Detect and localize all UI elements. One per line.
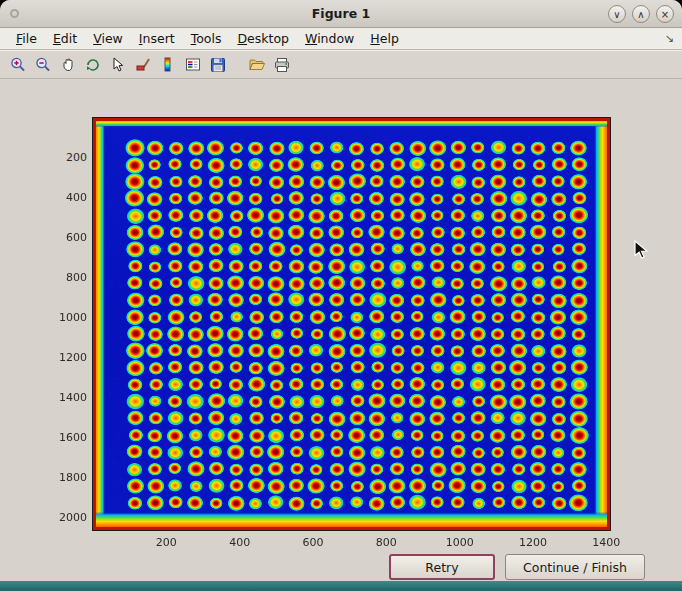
window-controls: ∨ ∧ × xyxy=(608,5,674,23)
zoom-in-icon xyxy=(9,56,27,74)
window-menu-icon[interactable] xyxy=(10,9,19,18)
mouse-cursor xyxy=(634,240,649,260)
y-tick-label: 1400 xyxy=(33,391,87,404)
y-tick-label: 2000 xyxy=(33,511,87,524)
menu-bar: FileEditViewInsertToolsDesktopWindowHelp… xyxy=(0,28,682,50)
x-tick-label: 1200 xyxy=(503,536,563,549)
toolbar-separator xyxy=(230,64,244,65)
y-tick-label: 800 xyxy=(33,271,87,284)
open-folder-icon xyxy=(248,56,266,74)
menu-item-help[interactable]: Help xyxy=(362,28,407,49)
y-tick-label: 1600 xyxy=(33,431,87,444)
menu-item-file[interactable]: File xyxy=(8,28,45,49)
pan-hand-icon xyxy=(59,56,77,74)
brush-icon xyxy=(134,56,152,74)
figure-canvas-area: 200400600800100012001400160018002000 200… xyxy=(0,79,682,580)
maximize-button[interactable]: ∧ xyxy=(632,5,650,23)
dock-arrow-icon[interactable]: ↘ xyxy=(665,32,674,45)
insert-legend-icon xyxy=(184,56,202,74)
rotate-3d-icon xyxy=(84,56,102,74)
printer-icon xyxy=(273,56,291,74)
save-icon xyxy=(209,56,227,74)
x-tick-label: 800 xyxy=(356,536,416,549)
y-tick-label: 1200 xyxy=(33,351,87,364)
retry-button[interactable]: Retry xyxy=(389,554,495,580)
taskbar xyxy=(0,581,682,591)
y-tick-label: 1000 xyxy=(33,311,87,324)
rotate-3d-button[interactable] xyxy=(80,52,105,77)
titlebar[interactable]: Figure 1 ∨ ∧ × xyxy=(0,0,682,28)
menu-item-view[interactable]: View xyxy=(85,28,131,49)
data-cursor-button[interactable] xyxy=(105,52,130,77)
insert-colorbar-icon xyxy=(159,56,177,74)
menu-items: FileEditViewInsertToolsDesktopWindowHelp xyxy=(8,28,407,49)
x-tick-label: 200 xyxy=(136,536,196,549)
figure-window: Figure 1 ∨ ∧ × FileEditViewInsertToolsDe… xyxy=(0,0,682,581)
zoom-out-button[interactable] xyxy=(30,52,55,77)
print-figure-button[interactable] xyxy=(269,52,294,77)
toolbar xyxy=(0,50,682,79)
minimize-button[interactable]: ∨ xyxy=(608,5,626,23)
x-tick-label: 600 xyxy=(283,536,343,549)
zoom-in-button[interactable] xyxy=(5,52,30,77)
y-tick-label: 1800 xyxy=(33,471,87,484)
desktop: Figure 1 ∨ ∧ × FileEditViewInsertToolsDe… xyxy=(0,0,682,591)
data-cursor-icon xyxy=(109,56,127,74)
x-tick-label: 1400 xyxy=(576,536,636,549)
y-tick-label: 600 xyxy=(33,231,87,244)
x-tick-label: 400 xyxy=(210,536,270,549)
save-figure-button[interactable] xyxy=(205,52,230,77)
y-tick-label: 400 xyxy=(33,191,87,204)
menu-item-window[interactable]: Window xyxy=(297,28,362,49)
x-tick-label: 1000 xyxy=(430,536,490,549)
menu-item-insert[interactable]: Insert xyxy=(131,28,183,49)
close-button[interactable]: × xyxy=(656,5,674,23)
y-tick-label: 200 xyxy=(33,151,87,164)
insert-colorbar-button[interactable] xyxy=(155,52,180,77)
continue-finish-button[interactable]: Continue / Finish xyxy=(505,554,645,580)
brush-button[interactable] xyxy=(130,52,155,77)
menu-item-edit[interactable]: Edit xyxy=(45,28,85,49)
open-file-button[interactable] xyxy=(244,52,269,77)
insert-legend-button[interactable] xyxy=(180,52,205,77)
zoom-out-icon xyxy=(34,56,52,74)
window-title: Figure 1 xyxy=(0,6,682,21)
microarray-image[interactable] xyxy=(93,118,610,530)
pan-button[interactable] xyxy=(55,52,80,77)
menu-item-desktop[interactable]: Desktop xyxy=(229,28,297,49)
menu-item-tools[interactable]: Tools xyxy=(183,28,230,49)
